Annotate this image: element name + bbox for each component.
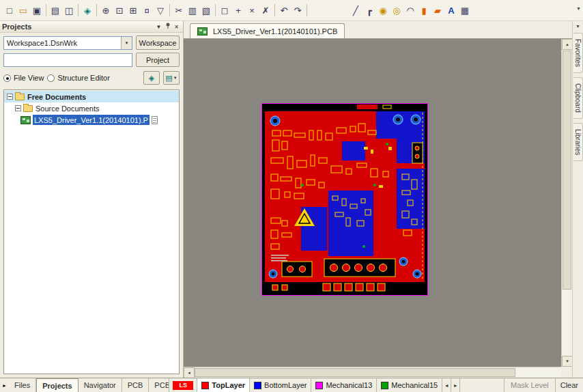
collapse-icon[interactable] <box>7 94 13 100</box>
cross-probe-icon[interactable]: ¤ <box>140 3 154 17</box>
pcb-board-image <box>261 103 428 296</box>
tree-item-source-documents[interactable]: Source Documents <box>4 102 179 114</box>
toolbar-overflow-chevron-icon[interactable]: ▼ <box>576 6 581 11</box>
layer-tab-mechanical15[interactable]: Mechanical15 <box>377 378 442 392</box>
print-preview-icon[interactable]: ◫ <box>62 3 76 17</box>
scroll-up-icon[interactable]: ▲ <box>562 39 572 50</box>
document-tab[interactable]: LXS5_Driver_Ver1.1(20140101).PCB <box>190 23 345 38</box>
pcb-file-icon <box>197 27 208 36</box>
workspace-area: Projects ▼ ✕ Workspace1.DsnWrk ▼ Workspa… <box>0 21 583 378</box>
save-document-icon[interactable]: ▣ <box>30 3 44 17</box>
panel-pin-icon[interactable] <box>163 23 172 31</box>
panel-menu-chevron-icon[interactable]: ▼ <box>154 24 163 30</box>
panel-tab-clipboard[interactable]: Clipboard <box>573 77 583 119</box>
tree-item-free-documents[interactable]: Free Documents <box>4 91 179 102</box>
workspace-combobox[interactable]: Workspace1.DsnWrk ▼ <box>3 36 132 50</box>
editor-area: LXS5_Driver_Ver1.1(20140101).PCB <box>184 21 572 378</box>
cut-icon[interactable]: ✂ <box>172 3 186 17</box>
scroll-left-icon[interactable]: ◄ <box>184 367 195 378</box>
mask-level-button[interactable]: Mask Level <box>504 378 555 392</box>
place-line-icon[interactable]: ╱ <box>349 3 362 17</box>
redo-icon[interactable]: ↷ <box>291 3 304 17</box>
panel-tab-pcb[interactable]: PCB <box>122 378 150 392</box>
zoom-fit-icon[interactable]: ⊞ <box>126 3 140 17</box>
workspace-combobox-dropdown-icon[interactable]: ▼ <box>121 37 132 49</box>
new-document-icon[interactable]: □ <box>3 3 16 17</box>
vertical-scrollbar-thumb[interactable] <box>563 51 571 290</box>
spacer <box>460 378 504 392</box>
place-via-icon[interactable]: ◎ <box>390 3 403 17</box>
layer-tab-toplayer[interactable]: TopLayer <box>197 378 250 392</box>
tab-scroll-arrow-icon[interactable]: ► <box>0 378 9 392</box>
undo-icon[interactable]: ↶ <box>277 3 291 17</box>
project-tree: Free Documents Source Documents LXS5_Dri… <box>3 89 180 374</box>
layer-tab-mechanical13[interactable]: Mechanical13 <box>311 378 377 392</box>
file-view-radio[interactable]: File View <box>3 74 44 82</box>
horizontal-scrollbar-thumb[interactable] <box>195 368 515 377</box>
zoom-in-icon[interactable]: ⊕ <box>99 3 113 17</box>
layer-tab-bottomlayer[interactable]: BottomLayer <box>250 378 311 392</box>
place-polygon-icon[interactable]: ▰ <box>431 3 444 17</box>
print-icon[interactable]: ▤ <box>48 3 62 17</box>
layer-tab-label: Mechanical15 <box>391 381 438 389</box>
layer-tab-label: TopLayer <box>212 381 245 389</box>
panel-tab-files[interactable]: Files <box>9 378 36 392</box>
panel-tab-favorites[interactable]: Favorites <box>573 33 583 73</box>
pcb-canvas[interactable]: ▲ ▼ ◄ <box>184 39 572 378</box>
arrange-icon[interactable]: × <box>245 3 259 17</box>
open-document-icon[interactable]: ▭ <box>16 3 30 17</box>
filter-icon[interactable]: ▽ <box>154 3 167 17</box>
vertical-scrollbar[interactable]: ▲ ▼ <box>561 39 572 367</box>
select-region-icon[interactable]: ◻ <box>218 3 231 17</box>
toolbar-separator <box>307 4 307 16</box>
scroll-down-icon[interactable]: ▼ <box>562 356 572 367</box>
zoom-area-icon[interactable]: ⊡ <box>113 3 126 17</box>
browse-device-icon[interactable]: ◈ <box>81 3 94 17</box>
editor-icon: ▤ <box>165 74 172 83</box>
main-toolbar: □ ▭ ▣ ▤ ◫ ◈ ⊕ ⊡ ⊞ ¤ ▽ ✂ ▥ ▧ ◻ + × ✗ ↶ ↷ … <box>0 0 583 21</box>
place-arc-icon[interactable]: ◠ <box>403 3 417 17</box>
structure-editor-label: Structure Editor <box>57 74 109 82</box>
structure-editor-radio[interactable]: Structure Editor <box>47 74 109 82</box>
layer-scroll-right-icon[interactable]: ► <box>451 378 460 392</box>
clear-filter-icon[interactable]: ✗ <box>259 3 272 17</box>
interactive-route-icon[interactable]: ┏ <box>362 3 376 17</box>
tree-item-label: Free Documents <box>27 93 86 101</box>
clear-button[interactable]: Clear <box>555 378 583 392</box>
layer-scroll-left-icon[interactable]: ◄ <box>442 378 451 392</box>
horizontal-scrollbar[interactable]: ◄ <box>184 367 561 378</box>
project-input[interactable] <box>3 53 132 67</box>
application-window: □ ▭ ▣ ▤ ◫ ◈ ⊕ ⊡ ⊞ ¤ ▽ ✂ ▥ ▧ ◻ + × ✗ ↶ ↷ … <box>0 0 583 392</box>
copy-icon[interactable]: ▥ <box>186 3 199 17</box>
place-string-icon[interactable]: A <box>444 3 458 17</box>
workspace-row: Workspace1.DsnWrk ▼ Workspace <box>3 36 180 50</box>
workspace-button[interactable]: Workspace <box>136 36 180 50</box>
layer-set-swatch: LS <box>173 381 193 390</box>
panel-tab-navigator[interactable]: Navigator <box>79 378 122 392</box>
place-pad-icon[interactable]: ◉ <box>376 3 390 17</box>
move-icon[interactable]: + <box>231 3 245 17</box>
paste-icon[interactable]: ▧ <box>199 3 213 17</box>
document-tab-bar: LXS5_Driver_Ver1.1(20140101).PCB <box>184 21 572 39</box>
editor-dropdown-icon: ▼ <box>173 76 177 80</box>
place-component-icon[interactable]: ▦ <box>458 3 472 17</box>
compile-icon: ◈ <box>149 74 154 83</box>
panel-tab-libraries[interactable]: Libraries <box>573 123 583 161</box>
collapse-icon[interactable] <box>15 105 21 111</box>
panel-tab-pcb-2[interactable]: PCB <box>149 378 169 392</box>
document-page-icon <box>152 116 158 124</box>
compile-button[interactable]: ◈ <box>143 71 160 85</box>
projects-panel: Projects ▼ ✕ Workspace1.DsnWrk ▼ Workspa… <box>0 21 184 378</box>
panel-tab-projects[interactable]: Projects <box>36 378 78 392</box>
project-button[interactable]: Project <box>136 53 180 67</box>
editor-options-button[interactable]: ▤ ▼ <box>163 71 180 85</box>
layer-set-tab[interactable]: LS <box>169 378 197 392</box>
tree-item-pcb-file[interactable]: LXS5_Driver_Ver1.1(20140101).P <box>4 114 179 126</box>
layer-tab-label: BottomLayer <box>264 381 307 389</box>
structure-editor-radio-circle <box>47 74 55 82</box>
panel-strip-chevron-icon[interactable]: ▼ <box>575 21 580 33</box>
toolbar-separator <box>274 4 275 16</box>
place-fill-icon[interactable]: ▮ <box>417 3 431 17</box>
toolbar-separator <box>169 4 170 16</box>
panel-close-icon[interactable]: ✕ <box>172 24 181 30</box>
